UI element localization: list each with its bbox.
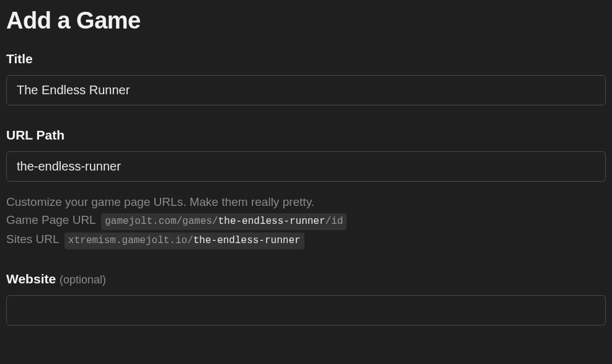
website-input[interactable] [6,295,606,326]
game-page-url-line: Game Page URL gamejolt.com/games/the-end… [6,211,606,230]
sites-url-chip: xtremism.gamejolt.io/the-endless-runner [64,233,304,249]
game-page-url-label: Game Page URL [6,213,95,226]
website-optional-text: (optional) [60,273,106,286]
game-page-url-slug: the-endless-runner [218,216,326,227]
url-path-label: URL Path [6,128,606,143]
sites-url-prefix: xtremism.gamejolt.io/ [68,235,193,246]
title-field-group: Title [6,51,606,105]
title-input[interactable] [6,75,606,105]
game-page-url-chip: gamejolt.com/games/the-endless-runner/id [101,213,347,230]
sites-url-line: Sites URL xtremism.gamejolt.io/the-endle… [6,230,606,249]
url-path-input[interactable] [6,151,606,182]
title-label: Title [6,51,606,66]
url-path-help-description: Customize your game page URLs. Make them… [6,193,606,211]
game-page-url-suffix: /id [326,216,344,227]
page-title: Add a Game [6,7,606,34]
website-label: Website (optional) [6,272,606,286]
url-path-field-group: URL Path Customize your game page URLs. … [6,128,606,249]
website-label-text: Website [6,272,56,286]
sites-url-slug: the-endless-runner [193,235,301,246]
website-field-group: Website (optional) [6,272,606,326]
game-page-url-prefix: gamejolt.com/games/ [105,216,218,227]
url-path-help: Customize your game page URLs. Make them… [6,193,606,249]
sites-url-label: Sites URL [6,233,59,246]
